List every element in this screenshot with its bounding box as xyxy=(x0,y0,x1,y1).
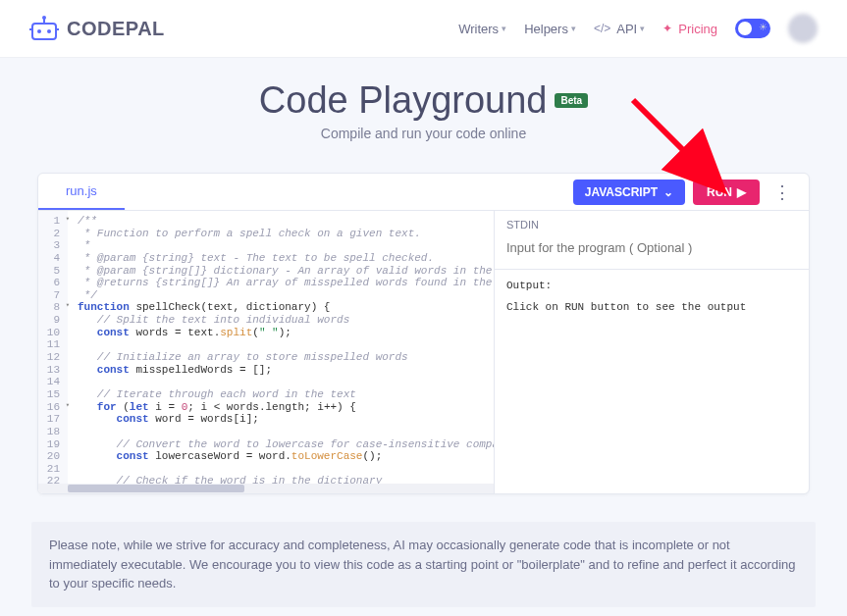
svg-point-4 xyxy=(42,16,46,20)
nav-helpers-label: Helpers xyxy=(524,22,568,36)
nav-pricing-label: Pricing xyxy=(678,22,717,36)
output-label: Output: xyxy=(506,280,797,291)
nav: Writers▾ Helpers▾ </>API▾ ✦Pricing ☀ xyxy=(458,14,818,43)
chevron-down-icon: ▾ xyxy=(502,24,506,33)
stdin-input[interactable] xyxy=(506,234,797,261)
logo-text: CODEPAL xyxy=(67,18,165,40)
playground-body: 1234567891011121314151617181920212223 /*… xyxy=(38,211,809,493)
play-icon: ▶ xyxy=(737,185,746,199)
more-button[interactable]: ⋮ xyxy=(768,181,797,203)
stdin-section: STDIN xyxy=(495,211,809,270)
page-title: Code PlaygroundBeta xyxy=(259,79,588,122)
svg-point-1 xyxy=(37,29,41,33)
stdin-label: STDIN xyxy=(506,219,797,231)
theme-toggle[interactable]: ☀ xyxy=(735,19,770,38)
svg-rect-0 xyxy=(32,24,56,39)
language-label: JAVASCRIPT xyxy=(585,185,658,199)
language-select[interactable]: JAVASCRIPT⌄ xyxy=(573,180,685,205)
playground: run.js JAVASCRIPT⌄ RUN▶ ⋮ 12345678910111… xyxy=(37,173,810,494)
sun-icon: ☀ xyxy=(759,22,768,32)
header: CODEPAL Writers▾ Helpers▾ </>API▾ ✦Prici… xyxy=(0,0,847,58)
hero: Code PlaygroundBeta Compile and run your… xyxy=(0,58,847,155)
logo[interactable]: CODEPAL xyxy=(29,16,165,41)
nav-pricing[interactable]: ✦Pricing xyxy=(662,22,717,36)
code-editor[interactable]: 1234567891011121314151617181920212223 /*… xyxy=(38,211,495,493)
chevron-down-icon: ▾ xyxy=(571,24,576,33)
title-text: Code Playground xyxy=(259,79,548,122)
output-section: Output: Click on RUN button to see the o… xyxy=(495,270,809,323)
playground-header: run.js JAVASCRIPT⌄ RUN▶ ⋮ xyxy=(38,174,809,211)
horizontal-scrollbar[interactable] xyxy=(38,484,494,493)
playground-actions: JAVASCRIPT⌄ RUN▶ ⋮ xyxy=(573,180,797,205)
nav-api[interactable]: </>API▾ xyxy=(594,22,645,36)
robot-icon xyxy=(29,16,59,41)
chevron-down-icon: ⌄ xyxy=(663,185,673,199)
disclaimer-note: Please note, while we strive for accurac… xyxy=(31,522,816,607)
sparkle-icon: ✦ xyxy=(662,22,672,35)
io-pane: STDIN Output: Click on RUN button to see… xyxy=(495,211,809,493)
file-tab[interactable]: run.js xyxy=(38,174,125,210)
run-label: RUN xyxy=(707,185,732,199)
line-gutter: 1234567891011121314151617181920212223 xyxy=(38,211,68,493)
code-icon: </> xyxy=(594,22,610,35)
nav-helpers[interactable]: Helpers▾ xyxy=(524,22,576,36)
nav-writers-label: Writers xyxy=(458,22,499,36)
chevron-down-icon: ▾ xyxy=(640,24,645,33)
output-text: Click on RUN button to see the output xyxy=(506,301,797,313)
page-subtitle: Compile and run your code online xyxy=(0,126,847,141)
code-content[interactable]: /** * Function to perform a spell check … xyxy=(68,211,494,493)
beta-badge: Beta xyxy=(555,93,588,108)
nav-writers[interactable]: Writers▾ xyxy=(458,22,506,36)
nav-api-label: API xyxy=(616,22,637,36)
avatar[interactable] xyxy=(788,14,818,43)
svg-point-2 xyxy=(47,29,51,33)
run-button[interactable]: RUN▶ xyxy=(693,180,760,205)
